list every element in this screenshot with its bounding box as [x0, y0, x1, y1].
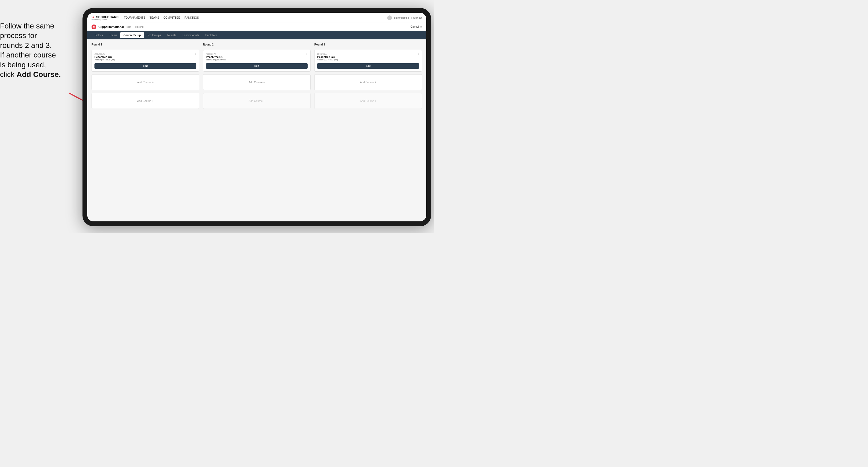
event-type: (Men) [126, 26, 132, 28]
tab-leaderboards[interactable]: Leaderboards [179, 32, 202, 38]
add-course-r1-third-label: Add Course + [137, 99, 154, 102]
tab-results[interactable]: Results [164, 32, 179, 38]
event-title: C Clippd Invitational (Men) Hosting [92, 25, 144, 29]
rounds-grid: Round 1 (Course A) Peachtree GC Yellow (… [92, 43, 422, 109]
round-3-label: Round 3 [314, 43, 422, 46]
user-avatar [387, 15, 392, 20]
edit-course-r1-a-button[interactable]: Edit [94, 63, 196, 69]
top-nav: C SCOREBOARD Powered by clippd TOURNAMEN… [87, 13, 426, 23]
remove-course-r1-a[interactable]: ○ [195, 53, 196, 55]
tab-teams[interactable]: Teams [106, 32, 120, 38]
nav-links: TOURNAMENTS TEAMS COMMITTEE RANKINGS [124, 16, 388, 20]
brand-logo: C [92, 15, 94, 19]
course-r3-a-tee: Yellow (M) (6629 yds) [317, 59, 338, 61]
nav-teams[interactable]: TEAMS [150, 16, 159, 20]
tab-tee-groups[interactable]: Tee Groups [144, 32, 164, 38]
nav-user: blair@clippd.io | Sign out [387, 15, 422, 20]
sign-out-link[interactable]: Sign out [413, 17, 422, 19]
event-logo: C [92, 25, 96, 29]
add-course-r3-third: Add Course + [314, 93, 422, 109]
add-course-r2-second-label: Add Course + [249, 81, 265, 84]
main-content: Round 1 (Course A) Peachtree GC Yellow (… [87, 39, 426, 221]
instruction-text: Follow the same process for rounds 2 and… [0, 21, 80, 79]
tab-course-setup[interactable]: Course Setup [120, 32, 144, 38]
course-r1-a-tee: Yellow (M) (6629 yds) [94, 59, 115, 61]
edit-course-r3-a-button[interactable]: Edit [317, 63, 419, 69]
course-r1-a-tag: (Course A) [94, 53, 115, 55]
course-r2-a-tee: Yellow (M) (6629 yds) [206, 59, 226, 61]
course-r2-a-tag: (Course A) [206, 53, 226, 55]
round-1-column: Round 1 (Course A) Peachtree GC Yellow (… [92, 43, 199, 109]
course-card-r1-a: (Course A) Peachtree GC Yellow (M) (6629… [92, 50, 199, 71]
add-course-r2-second[interactable]: Add Course + [203, 74, 311, 90]
add-course-r3-third-label: Add Course + [360, 99, 376, 102]
course-card-r1-a-header: (Course A) Peachtree GC Yellow (M) (6629… [94, 53, 196, 63]
remove-course-r2-a[interactable]: ○ [306, 53, 308, 55]
hosting-badge: Hosting [135, 26, 144, 28]
tab-bar: Details Teams Course Setup Tee Groups Re… [87, 31, 426, 39]
course-card-r3-a: (Course A) Peachtree GC Yellow (M) (6629… [314, 50, 422, 71]
round-2-label: Round 2 [203, 43, 311, 46]
add-course-r3-second-label: Add Course + [360, 81, 376, 84]
nav-rankings[interactable]: RANKINGS [184, 16, 199, 20]
sub-header: C Clippd Invitational (Men) Hosting Canc… [87, 23, 426, 31]
round-2-column: Round 2 (Course A) Peachtree GC Yellow (… [203, 43, 311, 109]
add-course-r2-third-label: Add Course + [249, 99, 265, 102]
course-r2-a-name: Peachtree GC [206, 56, 226, 59]
cancel-button[interactable]: Cancel ✕ [411, 25, 422, 28]
tablet-screen: C SCOREBOARD Powered by clippd TOURNAMEN… [87, 13, 426, 221]
round-1-label: Round 1 [92, 43, 199, 46]
tablet-frame: C SCOREBOARD Powered by clippd TOURNAMEN… [83, 8, 431, 226]
brand: C SCOREBOARD Powered by clippd [92, 15, 119, 21]
edit-course-r2-a-button[interactable]: Edit [206, 63, 308, 69]
tab-details[interactable]: Details [92, 32, 106, 38]
event-name: Clippd Invitational [98, 25, 124, 29]
course-card-r3-a-header: (Course A) Peachtree GC Yellow (M) (6629… [317, 53, 419, 63]
add-course-r2-third: Add Course + [203, 93, 311, 109]
nav-tournaments[interactable]: TOURNAMENTS [124, 16, 145, 20]
add-course-r3-second[interactable]: Add Course + [314, 74, 422, 90]
add-course-r1-second-label: Add Course + [137, 81, 154, 84]
close-icon: ✕ [420, 25, 422, 28]
add-course-r1-third[interactable]: Add Course + [92, 93, 199, 109]
remove-course-r3-a[interactable]: ○ [417, 53, 419, 55]
nav-committee[interactable]: COMMITTEE [163, 16, 180, 20]
tab-printables[interactable]: Printables [202, 32, 220, 38]
add-course-r1-second[interactable]: Add Course + [92, 74, 199, 90]
pipe-separator: | [411, 17, 412, 19]
course-r3-a-name: Peachtree GC [317, 56, 338, 59]
course-card-r2-a: (Course A) Peachtree GC Yellow (M) (6629… [203, 50, 311, 71]
course-r3-a-tag: (Course A) [317, 53, 338, 55]
course-card-r2-a-header: (Course A) Peachtree GC Yellow (M) (6629… [206, 53, 308, 63]
course-r1-a-name: Peachtree GC [94, 56, 115, 59]
round-3-column: Round 3 (Course A) Peachtree GC Yellow (… [314, 43, 422, 109]
